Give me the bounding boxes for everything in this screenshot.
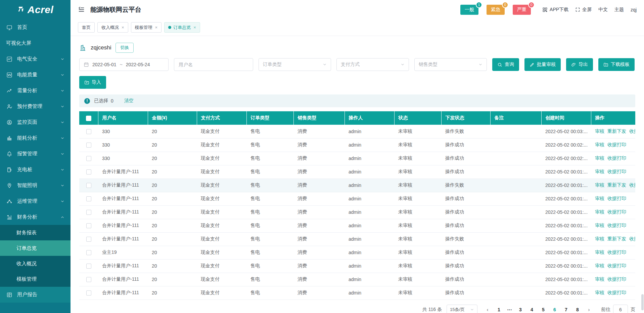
row-action-link[interactable]: 收据打印 [607,276,626,282]
sidebar-item[interactable]: 智能照明 [0,178,71,193]
page-number-button[interactable]: 3 [516,307,525,312]
row-action-link[interactable]: 审核 [595,142,604,147]
row-action-link[interactable]: 审核 [595,169,604,174]
date-range-picker[interactable]: 2022-05-01 ~ 2022-05-24 [79,58,169,71]
row-action-link[interactable]: 重新下发 [607,236,626,241]
query-button[interactable]: 查询 [492,58,519,71]
row-checkbox[interactable] [86,223,91,228]
row-action-link[interactable]: 收据打印 [607,209,626,214]
filter-select[interactable]: 销售类型 [414,58,487,71]
tab-item[interactable]: 模板管理× [131,22,162,33]
row-action-link[interactable]: 收据打印 [607,169,626,174]
sidebar-item[interactable]: 运维管理 [0,193,71,209]
sidebar-item[interactable]: 电能质量 [0,67,71,83]
page-size-select[interactable]: 15条/页 [447,305,477,313]
row-checkbox[interactable] [86,169,91,174]
clear-selection-link[interactable]: 清空 [124,98,134,104]
sidebar-item[interactable]: 财务分析 [0,209,71,225]
row-action-link[interactable]: 收据打印 [607,249,626,255]
row-action-link[interactable]: 收据打印 [607,263,626,268]
row-action-link[interactable]: 审核 [595,236,604,241]
row-action-link[interactable]: 审核 [595,276,604,282]
tab-item[interactable]: 收入概况× [97,22,128,33]
sidebar-item[interactable]: 需量分析 [0,83,71,99]
row-checkbox[interactable] [86,196,91,201]
sidebar-subitem[interactable]: 模板管理 [0,271,71,287]
sidebar-item[interactable]: 首页 [0,19,71,35]
batch-audit-button[interactable]: 批量审核 [524,58,561,71]
goto-page-input[interactable] [613,305,628,313]
row-action-link[interactable]: 重新下发 [607,128,626,134]
row-checkbox[interactable] [86,290,91,296]
row-action-link[interactable]: 审核 [595,128,604,134]
prev-page-button[interactable]: ‹ [483,307,492,312]
app-download-link[interactable]: APP下载 [542,7,568,13]
alarm-badge[interactable]: 紧急0 [487,5,505,15]
more-pages-button[interactable]: ••• [506,308,514,312]
sidebar-item[interactable]: 预付费管理 [0,99,71,114]
row-checkbox[interactable] [86,250,91,255]
row-action-link[interactable]: 审核 [595,182,604,188]
switch-company-button[interactable]: 切换 [116,43,134,53]
sidebar-item[interactable]: 监控页面 [0,114,71,130]
tab-active[interactable]: 订单总览× [164,22,200,33]
filter-select[interactable]: 支付方式 [336,58,409,71]
scrollbar-thumb[interactable] [641,294,644,310]
row-checkbox[interactable] [86,237,91,242]
sidebar-item[interactable]: 可视化大屏 [0,35,71,51]
row-checkbox[interactable] [86,143,91,148]
username-input[interactable] [174,58,253,71]
theme-switch[interactable]: 主题 [614,7,624,13]
sidebar-item[interactable]: 电气安全 [0,51,71,67]
row-action-link[interactable]: 审核 [595,209,604,214]
row-checkbox[interactable] [86,210,91,215]
download-template-button[interactable]: 下载模板 [598,58,635,71]
page-number-button[interactable]: 4 [527,307,537,312]
sidebar-item[interactable]: 充电桩 [0,162,71,178]
page-number-button[interactable]: 8 [573,307,582,312]
page-number-button[interactable]: 7 [561,307,571,312]
export-button[interactable]: 导出 [566,58,593,71]
page-number-button[interactable]: 5 [539,307,548,312]
page-number-button[interactable]: 1 [494,307,504,312]
menu-collapse-icon[interactable] [78,6,85,13]
alarm-badge[interactable]: 严重0 [513,5,531,15]
row-action-link[interactable]: 收据打印 [629,182,635,188]
tab-close-icon[interactable]: × [122,25,124,30]
row-action-link[interactable]: 审核 [595,263,604,268]
sidebar-subitem[interactable]: 订单总览 [0,240,71,256]
import-button[interactable]: 导入 [79,76,106,89]
row-action-link[interactable]: 收据打印 [607,155,626,161]
row-checkbox[interactable] [86,183,91,188]
tab-item[interactable]: 首页 [78,22,95,33]
select-all-checkbox[interactable] [86,116,91,121]
tab-close-icon[interactable]: × [155,25,158,30]
row-action-link[interactable]: 审核 [595,290,604,295]
row-action-link[interactable]: 收据打印 [607,196,626,201]
next-page-button[interactable]: › [584,307,594,312]
sidebar-item[interactable]: 用户报告 [0,287,71,303]
fullscreen-link[interactable]: 全屏 [575,7,592,13]
page-number-button[interactable]: 6 [550,307,559,312]
filter-select[interactable]: 订单类型 [259,58,331,71]
alarm-badge[interactable]: 一般1 [460,5,478,15]
row-checkbox[interactable] [86,129,91,134]
row-action-link[interactable]: 收据打印 [607,290,626,295]
user-menu[interactable]: zqj [631,7,637,12]
row-checkbox[interactable] [86,156,91,161]
row-action-link[interactable]: 重新下发 [607,182,626,188]
row-checkbox[interactable] [86,264,91,269]
sidebar-subitem[interactable]: 收入概况 [0,256,71,271]
language-switch[interactable]: 中文 [598,7,608,13]
row-action-link[interactable]: 审核 [595,155,604,161]
row-action-link[interactable]: 收据打印 [607,142,626,147]
sidebar-item[interactable]: 报警管理 [0,146,71,162]
row-action-link[interactable]: 审核 [595,196,604,201]
row-action-link[interactable]: 审核 [595,223,604,228]
sidebar-subitem[interactable]: 财务报表 [0,225,71,240]
row-action-link[interactable]: 审核 [595,249,604,255]
row-action-link[interactable]: 收据打印 [629,128,635,134]
row-checkbox[interactable] [86,277,91,282]
sidebar-item[interactable]: 能耗分析 [0,130,71,146]
row-action-link[interactable]: 收据打印 [629,236,635,241]
